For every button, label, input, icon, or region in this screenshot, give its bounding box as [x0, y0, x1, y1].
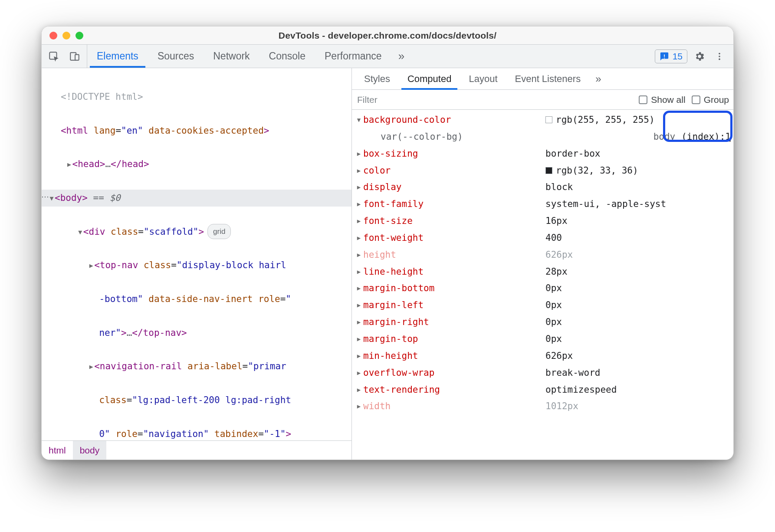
- tab-computed[interactable]: Computed: [399, 68, 460, 89]
- filter-row: Show all Group: [352, 90, 733, 110]
- computed-row[interactable]: ▶margin-right0px: [355, 314, 731, 331]
- computed-properties[interactable]: ▼ background-color rgb(255, 255, 255) va…: [352, 110, 733, 460]
- checkbox-icon: [692, 95, 700, 104]
- traffic-lights: [42, 32, 83, 39]
- source-link[interactable]: (index):1: [681, 128, 731, 145]
- computed-row[interactable]: ▶margin-top0px: [355, 331, 731, 348]
- computed-source[interactable]: var(--color-bg) body(index):1: [355, 128, 731, 145]
- tab-network[interactable]: Network: [204, 45, 259, 68]
- tab-event-listeners[interactable]: Event Listeners: [506, 68, 590, 89]
- sidebar-tabs: Styles Computed Layout Event Listeners »: [352, 68, 733, 90]
- svg-point-4: [719, 56, 720, 57]
- computed-row[interactable]: ▶line-height28px: [355, 263, 731, 280]
- svg-rect-2: [75, 54, 79, 60]
- computed-row[interactable]: ▶box-sizingborder-box: [355, 145, 731, 162]
- color-swatch-icon[interactable]: [545, 116, 552, 123]
- svg-point-5: [719, 58, 720, 60]
- computed-row[interactable]: ▼ background-color rgb(255, 255, 255): [355, 112, 731, 128]
- more-tabs-icon[interactable]: »: [391, 45, 411, 68]
- computed-row[interactable]: ▶displayblock: [355, 179, 731, 196]
- computed-row[interactable]: ▶font-size16px: [355, 213, 731, 230]
- tab-sources[interactable]: Sources: [148, 45, 204, 68]
- devtools-window: DevTools - developer.chrome.com/docs/dev…: [41, 26, 734, 460]
- showall-checkbox[interactable]: Show all: [639, 95, 685, 105]
- computed-row[interactable]: ▶width1012px: [355, 398, 731, 415]
- minimize-window-icon[interactable]: [62, 32, 70, 39]
- breadcrumb-html[interactable]: html: [42, 441, 73, 460]
- filter-input[interactable]: [356, 94, 633, 105]
- device-toggle-icon[interactable]: [67, 49, 82, 64]
- computed-row[interactable]: ▶min-height626px: [355, 348, 731, 365]
- group-checkbox[interactable]: Group: [692, 95, 729, 105]
- computed-row[interactable]: ▶font-weight400: [355, 230, 731, 246]
- computed-row[interactable]: ▶margin-bottom0px: [355, 280, 731, 297]
- breadcrumb: html body: [42, 440, 351, 460]
- issues-count: 15: [673, 51, 683, 62]
- maximize-window-icon[interactable]: [76, 32, 83, 39]
- checkbox-icon: [639, 95, 647, 104]
- tab-performance[interactable]: Performance: [315, 45, 391, 68]
- settings-icon[interactable]: [692, 49, 707, 64]
- tab-elements[interactable]: Elements: [87, 45, 148, 68]
- close-window-icon[interactable]: [49, 32, 57, 39]
- dom-tree[interactable]: <!DOCTYPE html> <html lang="en" data-coo…: [42, 68, 351, 440]
- elements-panel: <!DOCTYPE html> <html lang="en" data-coo…: [42, 68, 352, 460]
- computed-row[interactable]: ▶text-renderingoptimizespeed: [355, 381, 731, 398]
- svg-point-3: [719, 53, 720, 54]
- more-sidebar-tabs-icon[interactable]: »: [589, 68, 607, 89]
- issues-counter[interactable]: 15: [655, 49, 687, 63]
- issues-icon: [660, 52, 669, 61]
- titlebar: DevTools - developer.chrome.com/docs/dev…: [42, 26, 733, 45]
- styles-sidebar: Styles Computed Layout Event Listeners »…: [352, 68, 733, 460]
- computed-row[interactable]: ▶height626px: [355, 246, 731, 263]
- doctype: <!DOCTYPE html>: [61, 92, 143, 102]
- computed-row[interactable]: ▶colorrgb(32, 33, 36): [355, 162, 731, 179]
- layout-pill-grid[interactable]: grid: [207, 224, 231, 239]
- kebab-menu-icon[interactable]: [712, 49, 727, 64]
- tab-styles[interactable]: Styles: [355, 68, 399, 89]
- computed-row[interactable]: ▶margin-left0px: [355, 297, 731, 314]
- main-toolbar: Elements Sources Network Console Perform…: [42, 45, 733, 68]
- tab-console[interactable]: Console: [259, 45, 315, 68]
- selected-dom-node[interactable]: ⋯▼<body> == $0: [42, 190, 351, 207]
- computed-row[interactable]: ▶overflow-wrapbreak-word: [355, 365, 731, 381]
- tab-layout[interactable]: Layout: [460, 68, 506, 89]
- inspect-element-icon[interactable]: [46, 49, 62, 64]
- computed-row[interactable]: ▶font-familysystem-ui, -apple-syst: [355, 196, 731, 213]
- window-title: DevTools - developer.chrome.com/docs/dev…: [279, 30, 496, 41]
- panel-tabs: Elements Sources Network Console Perform…: [87, 45, 649, 68]
- breadcrumb-body[interactable]: body: [73, 441, 107, 460]
- color-swatch-icon[interactable]: [545, 167, 552, 174]
